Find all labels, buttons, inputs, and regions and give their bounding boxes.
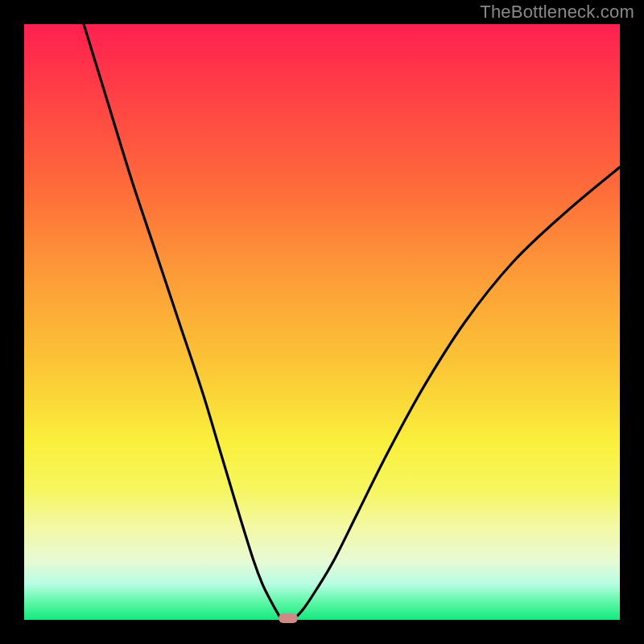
curve-svg (24, 24, 620, 620)
curve-left (84, 24, 280, 618)
watermark-text: TheBottleneck.com (480, 2, 634, 23)
chart-frame: TheBottleneck.com (0, 0, 644, 644)
curve-right (295, 167, 620, 618)
plot-area (24, 24, 620, 620)
minimum-marker (279, 613, 298, 623)
